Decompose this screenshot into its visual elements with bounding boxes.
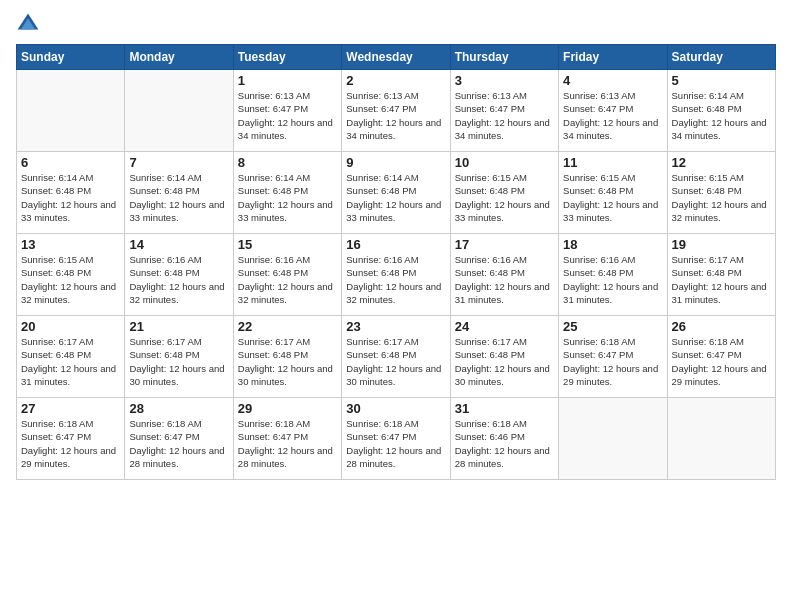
day-number: 25: [563, 319, 662, 334]
day-detail: Sunrise: 6:16 AM Sunset: 6:48 PM Dayligh…: [563, 253, 662, 306]
calendar-cell: 27Sunrise: 6:18 AM Sunset: 6:47 PM Dayli…: [17, 398, 125, 480]
day-detail: Sunrise: 6:18 AM Sunset: 6:47 PM Dayligh…: [21, 417, 120, 470]
day-number: 3: [455, 73, 554, 88]
day-detail: Sunrise: 6:17 AM Sunset: 6:48 PM Dayligh…: [238, 335, 337, 388]
day-number: 11: [563, 155, 662, 170]
day-number: 23: [346, 319, 445, 334]
day-detail: Sunrise: 6:13 AM Sunset: 6:47 PM Dayligh…: [238, 89, 337, 142]
day-detail: Sunrise: 6:14 AM Sunset: 6:48 PM Dayligh…: [21, 171, 120, 224]
calendar: SundayMondayTuesdayWednesdayThursdayFrid…: [16, 44, 776, 480]
calendar-cell: 12Sunrise: 6:15 AM Sunset: 6:48 PM Dayli…: [667, 152, 775, 234]
day-detail: Sunrise: 6:15 AM Sunset: 6:48 PM Dayligh…: [455, 171, 554, 224]
calendar-cell: 21Sunrise: 6:17 AM Sunset: 6:48 PM Dayli…: [125, 316, 233, 398]
day-number: 20: [21, 319, 120, 334]
calendar-cell: 7Sunrise: 6:14 AM Sunset: 6:48 PM Daylig…: [125, 152, 233, 234]
calendar-cell: 26Sunrise: 6:18 AM Sunset: 6:47 PM Dayli…: [667, 316, 775, 398]
weekday-header: Saturday: [667, 45, 775, 70]
calendar-cell: 29Sunrise: 6:18 AM Sunset: 6:47 PM Dayli…: [233, 398, 341, 480]
day-number: 28: [129, 401, 228, 416]
calendar-cell: [17, 70, 125, 152]
day-detail: Sunrise: 6:18 AM Sunset: 6:47 PM Dayligh…: [672, 335, 771, 388]
day-number: 14: [129, 237, 228, 252]
calendar-cell: 20Sunrise: 6:17 AM Sunset: 6:48 PM Dayli…: [17, 316, 125, 398]
logo: [16, 12, 44, 36]
calendar-cell: 17Sunrise: 6:16 AM Sunset: 6:48 PM Dayli…: [450, 234, 558, 316]
day-number: 18: [563, 237, 662, 252]
day-detail: Sunrise: 6:16 AM Sunset: 6:48 PM Dayligh…: [346, 253, 445, 306]
day-detail: Sunrise: 6:16 AM Sunset: 6:48 PM Dayligh…: [455, 253, 554, 306]
calendar-cell: 13Sunrise: 6:15 AM Sunset: 6:48 PM Dayli…: [17, 234, 125, 316]
day-number: 2: [346, 73, 445, 88]
calendar-cell: 18Sunrise: 6:16 AM Sunset: 6:48 PM Dayli…: [559, 234, 667, 316]
day-detail: Sunrise: 6:13 AM Sunset: 6:47 PM Dayligh…: [563, 89, 662, 142]
day-number: 29: [238, 401, 337, 416]
day-detail: Sunrise: 6:18 AM Sunset: 6:47 PM Dayligh…: [346, 417, 445, 470]
calendar-cell: 8Sunrise: 6:14 AM Sunset: 6:48 PM Daylig…: [233, 152, 341, 234]
calendar-cell: 30Sunrise: 6:18 AM Sunset: 6:47 PM Dayli…: [342, 398, 450, 480]
weekday-header: Friday: [559, 45, 667, 70]
day-detail: Sunrise: 6:14 AM Sunset: 6:48 PM Dayligh…: [346, 171, 445, 224]
day-number: 12: [672, 155, 771, 170]
day-number: 5: [672, 73, 771, 88]
calendar-cell: 22Sunrise: 6:17 AM Sunset: 6:48 PM Dayli…: [233, 316, 341, 398]
day-number: 17: [455, 237, 554, 252]
day-number: 13: [21, 237, 120, 252]
calendar-cell: 25Sunrise: 6:18 AM Sunset: 6:47 PM Dayli…: [559, 316, 667, 398]
calendar-week-row: 1Sunrise: 6:13 AM Sunset: 6:47 PM Daylig…: [17, 70, 776, 152]
day-number: 22: [238, 319, 337, 334]
calendar-cell: 31Sunrise: 6:18 AM Sunset: 6:46 PM Dayli…: [450, 398, 558, 480]
day-detail: Sunrise: 6:17 AM Sunset: 6:48 PM Dayligh…: [455, 335, 554, 388]
weekday-header: Monday: [125, 45, 233, 70]
day-number: 1: [238, 73, 337, 88]
day-number: 10: [455, 155, 554, 170]
calendar-cell: 4Sunrise: 6:13 AM Sunset: 6:47 PM Daylig…: [559, 70, 667, 152]
calendar-cell: 5Sunrise: 6:14 AM Sunset: 6:48 PM Daylig…: [667, 70, 775, 152]
day-number: 31: [455, 401, 554, 416]
calendar-cell: 2Sunrise: 6:13 AM Sunset: 6:47 PM Daylig…: [342, 70, 450, 152]
day-detail: Sunrise: 6:14 AM Sunset: 6:48 PM Dayligh…: [129, 171, 228, 224]
calendar-week-row: 13Sunrise: 6:15 AM Sunset: 6:48 PM Dayli…: [17, 234, 776, 316]
calendar-cell: 3Sunrise: 6:13 AM Sunset: 6:47 PM Daylig…: [450, 70, 558, 152]
calendar-cell: 16Sunrise: 6:16 AM Sunset: 6:48 PM Dayli…: [342, 234, 450, 316]
day-number: 19: [672, 237, 771, 252]
day-detail: Sunrise: 6:17 AM Sunset: 6:48 PM Dayligh…: [129, 335, 228, 388]
calendar-week-row: 6Sunrise: 6:14 AM Sunset: 6:48 PM Daylig…: [17, 152, 776, 234]
day-number: 30: [346, 401, 445, 416]
calendar-cell: 10Sunrise: 6:15 AM Sunset: 6:48 PM Dayli…: [450, 152, 558, 234]
calendar-cell: 19Sunrise: 6:17 AM Sunset: 6:48 PM Dayli…: [667, 234, 775, 316]
calendar-week-row: 20Sunrise: 6:17 AM Sunset: 6:48 PM Dayli…: [17, 316, 776, 398]
logo-icon: [16, 12, 40, 36]
calendar-cell: 1Sunrise: 6:13 AM Sunset: 6:47 PM Daylig…: [233, 70, 341, 152]
day-detail: Sunrise: 6:15 AM Sunset: 6:48 PM Dayligh…: [21, 253, 120, 306]
header: [16, 12, 776, 36]
day-detail: Sunrise: 6:16 AM Sunset: 6:48 PM Dayligh…: [238, 253, 337, 306]
day-number: 8: [238, 155, 337, 170]
calendar-cell: [667, 398, 775, 480]
page: SundayMondayTuesdayWednesdayThursdayFrid…: [0, 0, 792, 612]
day-detail: Sunrise: 6:14 AM Sunset: 6:48 PM Dayligh…: [238, 171, 337, 224]
weekday-header: Wednesday: [342, 45, 450, 70]
day-detail: Sunrise: 6:14 AM Sunset: 6:48 PM Dayligh…: [672, 89, 771, 142]
day-number: 9: [346, 155, 445, 170]
day-number: 21: [129, 319, 228, 334]
day-number: 15: [238, 237, 337, 252]
day-detail: Sunrise: 6:18 AM Sunset: 6:47 PM Dayligh…: [238, 417, 337, 470]
calendar-cell: 28Sunrise: 6:18 AM Sunset: 6:47 PM Dayli…: [125, 398, 233, 480]
day-number: 16: [346, 237, 445, 252]
day-detail: Sunrise: 6:18 AM Sunset: 6:47 PM Dayligh…: [563, 335, 662, 388]
day-detail: Sunrise: 6:15 AM Sunset: 6:48 PM Dayligh…: [563, 171, 662, 224]
day-number: 7: [129, 155, 228, 170]
day-detail: Sunrise: 6:18 AM Sunset: 6:47 PM Dayligh…: [129, 417, 228, 470]
day-detail: Sunrise: 6:15 AM Sunset: 6:48 PM Dayligh…: [672, 171, 771, 224]
calendar-cell: 24Sunrise: 6:17 AM Sunset: 6:48 PM Dayli…: [450, 316, 558, 398]
weekday-header-row: SundayMondayTuesdayWednesdayThursdayFrid…: [17, 45, 776, 70]
weekday-header: Thursday: [450, 45, 558, 70]
day-detail: Sunrise: 6:17 AM Sunset: 6:48 PM Dayligh…: [346, 335, 445, 388]
day-detail: Sunrise: 6:17 AM Sunset: 6:48 PM Dayligh…: [672, 253, 771, 306]
calendar-cell: 23Sunrise: 6:17 AM Sunset: 6:48 PM Dayli…: [342, 316, 450, 398]
weekday-header: Tuesday: [233, 45, 341, 70]
day-number: 27: [21, 401, 120, 416]
weekday-header: Sunday: [17, 45, 125, 70]
day-detail: Sunrise: 6:13 AM Sunset: 6:47 PM Dayligh…: [455, 89, 554, 142]
calendar-cell: 9Sunrise: 6:14 AM Sunset: 6:48 PM Daylig…: [342, 152, 450, 234]
